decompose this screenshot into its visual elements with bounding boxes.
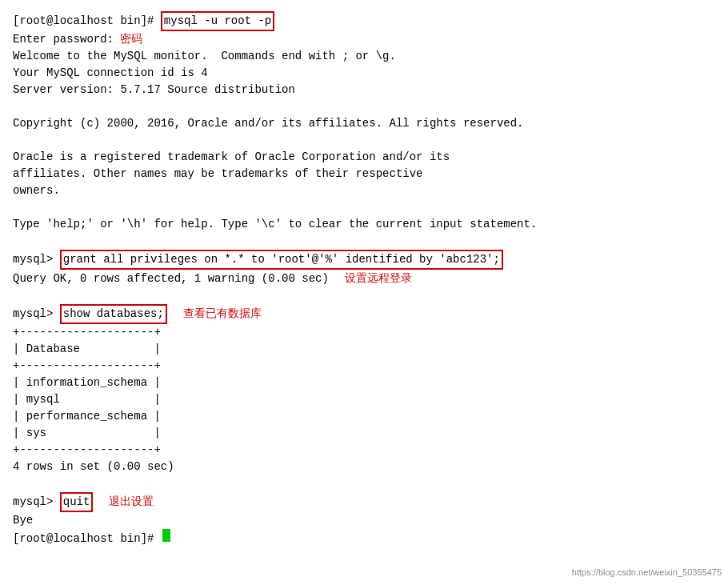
quit-command-highlight: quit — [60, 492, 94, 512]
line-password: Enter password: 密码 — [13, 31, 715, 48]
blank-5 — [13, 287, 715, 304]
table-row-info-schema: | information_schema | — [13, 375, 715, 391]
line-oracle-1: Oracle is a registered trademark of Orac… — [13, 149, 715, 166]
line-final-prompt: [root@localhost bin]# — [13, 529, 715, 547]
blank-6 — [13, 475, 715, 492]
line-type-help: Type 'help;' or '\h' for help. Type '\c'… — [13, 216, 715, 233]
table-sep-3: +--------------------+ — [13, 442, 715, 459]
grant-result-text: Query OK, 0 rows affected, 1 warning (0.… — [13, 270, 329, 287]
prompt-1: [root@localhost bin]# — [13, 13, 161, 30]
connection-id-text: Your MySQL connection id is 4 — [13, 65, 208, 82]
rows-result-text: 4 rows in set (0.00 sec) — [13, 459, 174, 475]
show-annotation: 查看已有数据库 — [183, 305, 262, 322]
line-oracle-2: affiliates. Other names may be trademark… — [13, 166, 715, 182]
line-show-cmd: mysql> show databases;查看已有数据库 — [13, 304, 715, 324]
table-row-sys: | sys | — [13, 425, 715, 442]
table-sep-1: +--------------------+ — [13, 324, 715, 341]
blank-4 — [13, 233, 715, 250]
grant-command-highlight: grant all privileges on *.* to 'root'@'%… — [60, 250, 503, 270]
line-welcome: Welcome to the MySQL monitor. Commands e… — [13, 48, 715, 65]
blank-2 — [13, 132, 715, 149]
oracle-text-3: owners. — [13, 182, 60, 199]
grant-prompt: mysql> — [13, 251, 60, 268]
enter-password-text: Enter password: — [13, 31, 120, 48]
copyright-text: Copyright (c) 2000, 2016, Oracle and/or … — [13, 115, 524, 132]
welcome-text: Welcome to the MySQL monitor. Commands e… — [13, 48, 396, 65]
oracle-text-1: Oracle is a registered trademark of Orac… — [13, 149, 450, 166]
bye-text: Bye — [13, 512, 33, 529]
line-copyright: Copyright (c) 2000, 2016, Oracle and/or … — [13, 115, 715, 132]
type-help-text: Type 'help;' or '\h' for help. Type '\c'… — [13, 216, 537, 233]
cursor — [162, 529, 170, 542]
quit-prompt: mysql> — [13, 494, 60, 511]
show-prompt: mysql> — [13, 306, 60, 323]
line-oracle-3: owners. — [13, 182, 715, 199]
table-header: | Database | — [13, 341, 715, 358]
quit-annotation: 退出设置 — [109, 493, 154, 510]
line-server-version: Server version: 5.7.17 Source distributi… — [13, 82, 715, 98]
server-version-text: Server version: 5.7.17 Source distributi… — [13, 82, 295, 98]
line-bye: Bye — [13, 512, 715, 529]
line-grant-result: Query OK, 0 rows affected, 1 warning (0.… — [13, 270, 715, 287]
line-login-cmd: [root@localhost bin]# mysql -u root -p — [13, 11, 715, 31]
line-grant-cmd: mysql> grant all privileges on *.* to 'r… — [13, 250, 715, 270]
table-row-mysql: | mysql | — [13, 391, 715, 408]
oracle-text-2: affiliates. Other names may be trademark… — [13, 166, 422, 182]
line-rows-result: 4 rows in set (0.00 sec) — [13, 459, 715, 475]
table-row-perf-schema: | performance_schema | — [13, 408, 715, 425]
mysql-command-highlight: mysql -u root -p — [161, 11, 274, 31]
blank-1 — [13, 98, 715, 115]
grant-annotation: 设置远程登录 — [345, 270, 412, 286]
terminal-window: [root@localhost bin]# mysql -u root -p E… — [10, 6, 718, 552]
password-value: 密码 — [120, 31, 142, 48]
table-sep-2: +--------------------+ — [13, 358, 715, 375]
line-quit-cmd: mysql> quit退出设置 — [13, 492, 715, 512]
line-connection-id: Your MySQL connection id is 4 — [13, 65, 715, 82]
show-command-highlight: show databases; — [60, 304, 167, 324]
blank-3 — [13, 199, 715, 216]
final-prompt-text: [root@localhost bin]# — [13, 531, 161, 547]
watermark: https://blog.csdn.net/weixin_50355475 — [572, 566, 722, 579]
